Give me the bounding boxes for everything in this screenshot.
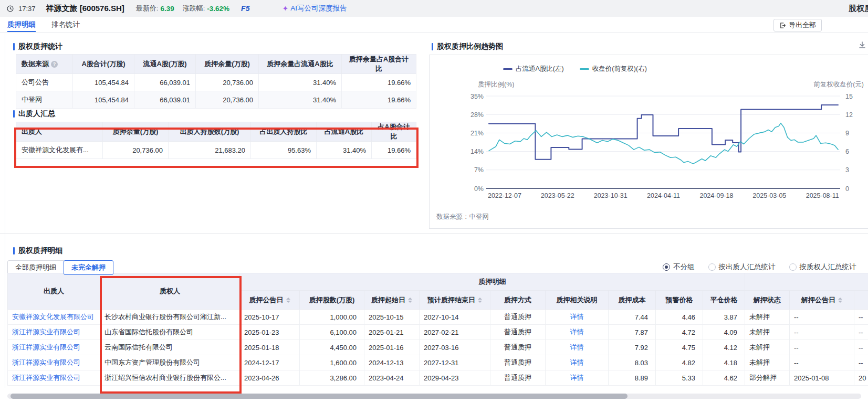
- table-row: 中登网105,454.8466,039.0120,736.0031.40%19.…: [16, 91, 416, 109]
- table-cell: --: [854, 340, 868, 355]
- column-header: 质押方式: [490, 291, 546, 310]
- right-axis-tick: 9: [845, 130, 849, 137]
- table-cell: 普通质押: [490, 310, 546, 325]
- table-cell: 未解押: [745, 355, 790, 370]
- table-cell: 2027-10-14: [420, 310, 490, 325]
- x-axis-tick: 2024-09-18: [699, 192, 733, 199]
- pledgee-name: 中国东方资产管理股份有限公司: [100, 355, 240, 370]
- clock-icon: [6, 5, 14, 13]
- column-header[interactable]: 解押公告日: [790, 291, 854, 310]
- table-cell: 2027-12-31: [420, 355, 490, 370]
- radio-label: 按质权人汇总统计: [800, 262, 856, 272]
- table-cell: 部分解押: [745, 370, 790, 386]
- tab-pledge-detail[interactable]: 质押明细: [7, 17, 36, 32]
- table-cell: 19.66%: [342, 91, 416, 109]
- table-cell: 1,600.00: [300, 355, 364, 370]
- grouping-radios: 不分组按出质人汇总统计按质权人汇总统计: [663, 262, 856, 272]
- download-icon[interactable]: [858, 41, 866, 49]
- scrollbar-thumb[interactable]: [11, 394, 628, 399]
- export-icon: [779, 22, 786, 29]
- title-accent-bar: [432, 43, 433, 50]
- left-axis-tick: 14%: [470, 148, 484, 155]
- table-cell: 7.92: [609, 340, 656, 355]
- radio-option[interactable]: 按出质人汇总统计: [708, 262, 776, 272]
- column-header: A股合计(万股): [73, 55, 134, 74]
- table-cell: 2024-12-17: [240, 355, 300, 370]
- table-cell: 普通质押: [490, 325, 546, 340]
- price-label: 最新价:: [136, 4, 159, 13]
- sort-arrows-icon[interactable]: [408, 298, 412, 303]
- header-pledgor: 出质人: [8, 273, 100, 310]
- table-row: 浙江祥源实业有限公司云南国际信托有限公司2025-01-184,450.0020…: [8, 340, 868, 355]
- pledge-detail-table: 出质人质权人质押明细质押公告日质押股数(万股)质押起始日预计质押结束日质押方式质…: [7, 273, 868, 386]
- pledgor-link[interactable]: 浙江祥源实业有限公司: [8, 340, 100, 355]
- f5-shortcut: F5: [241, 4, 249, 13]
- trend-chart-plot: 35%1528%1221%914%67%30%02022-12-072023-0…: [430, 55, 868, 207]
- column-header: 解押: [854, 291, 868, 310]
- column-header[interactable]: 质押起始日: [364, 291, 420, 310]
- price-value: 6.39: [160, 5, 174, 13]
- pledgor-link[interactable]: 浙江祥源实业有限公司: [8, 355, 100, 370]
- horizontal-scrollbar[interactable]: [7, 394, 861, 399]
- pledgee-name: 云南国际信托有限公司: [100, 340, 240, 355]
- table-cell: 未解押: [745, 325, 790, 340]
- column-header: 占流通A股比: [317, 122, 372, 142]
- table-cell: 2027-03-16: [420, 340, 490, 355]
- table-cell: 2025-01-16: [364, 340, 420, 355]
- button-not-fully-released[interactable]: 未完全解押: [64, 260, 113, 275]
- table-cell: 95.63%: [251, 142, 317, 159]
- table-cell: 普通质押: [490, 355, 546, 370]
- left-axis-tick: 0%: [474, 185, 484, 193]
- radio-dot-icon: [663, 263, 670, 271]
- table-row: 浙江祥源实业有限公司山东省国际信托股份有限公司2025-01-236,100.0…: [8, 325, 868, 340]
- table-row: 浙江祥源实业有限公司中国东方资产管理股份有限公司2024-12-171,600.…: [8, 355, 868, 370]
- table-row: 安徽祥源文化发展有...20,736.0021,683.2095.63%31.4…: [16, 142, 416, 159]
- pledgor-link[interactable]: 浙江祥源实业有限公司: [8, 325, 100, 340]
- sort-arrows-icon[interactable]: [478, 298, 482, 303]
- export-button[interactable]: 导出全部: [773, 19, 822, 31]
- table-cell: 2025-10-17: [240, 310, 300, 325]
- column-header: 质押余量(万股): [196, 55, 259, 74]
- header-group-release: [745, 273, 868, 291]
- table-cell: 4.12: [703, 340, 745, 355]
- column-header: 解押状态: [745, 291, 790, 310]
- trend-chart-title: 股权质押比例趋势图: [432, 42, 503, 51]
- x-axis-tick: 2025-08-11: [806, 192, 839, 199]
- details-link[interactable]: 详情: [546, 310, 609, 325]
- column-header: 出质人: [16, 122, 103, 142]
- radio-dot-icon: [789, 263, 797, 271]
- info-icon[interactable]: ?: [51, 61, 58, 68]
- sort-arrows-icon[interactable]: [838, 298, 842, 303]
- column-header[interactable]: 预计质押结束日: [420, 291, 490, 310]
- table-cell: 20,736.00: [103, 142, 169, 159]
- details-link[interactable]: 详情: [546, 370, 609, 386]
- table-cell: 66,039.01: [134, 91, 196, 109]
- close-price-line: [489, 123, 838, 164]
- topbar-right-title: 股权质押: [849, 4, 868, 14]
- sort-arrows-icon[interactable]: [286, 298, 290, 303]
- pledgor-summary-title: 出质人汇总: [13, 109, 55, 119]
- pledgor-summary-title-text: 出质人汇总: [18, 109, 55, 119]
- table-row: 浙江祥源实业有限公司浙江绍兴恒信农村商业银行股份有限公...2023-04-26…: [8, 370, 868, 386]
- ai-report-label: AI写公司深度报告: [290, 4, 347, 13]
- details-link[interactable]: 详情: [546, 340, 609, 355]
- tab-ranking[interactable]: 排名统计: [51, 17, 80, 32]
- ai-report-link[interactable]: ✦ AI写公司深度报告: [282, 4, 347, 13]
- left-axis-tick: 21%: [470, 130, 484, 137]
- radio-option[interactable]: 按质权人汇总统计: [789, 262, 856, 272]
- table-cell: 2025-01-18: [240, 340, 300, 355]
- top-bar: 17:37 祥源文旅 [600576.SH] 最新价: 6.39 涨跌幅: -3…: [0, 0, 868, 17]
- table-row: 公司公告105,454.8466,039.0120,736.0031.40%19…: [16, 74, 416, 91]
- details-link[interactable]: 详情: [546, 355, 609, 370]
- change-value: -3.62%: [207, 5, 229, 13]
- details-link[interactable]: 详情: [546, 325, 609, 340]
- column-header: 质押余量占A股合计比: [342, 55, 416, 74]
- table-cell: 19.66%: [372, 142, 416, 159]
- column-header: 质押余量(万股): [103, 122, 169, 142]
- table-cell: 安徽祥源文化发展有...: [16, 142, 103, 159]
- title-accent-bar: [13, 110, 15, 118]
- column-header[interactable]: 质押公告日: [240, 291, 300, 310]
- pledgor-link[interactable]: 浙江祥源实业有限公司: [8, 370, 100, 386]
- pledgor-link[interactable]: 安徽祥源文化发展有限公司: [8, 310, 100, 325]
- radio-selected[interactable]: 不分组: [663, 262, 695, 272]
